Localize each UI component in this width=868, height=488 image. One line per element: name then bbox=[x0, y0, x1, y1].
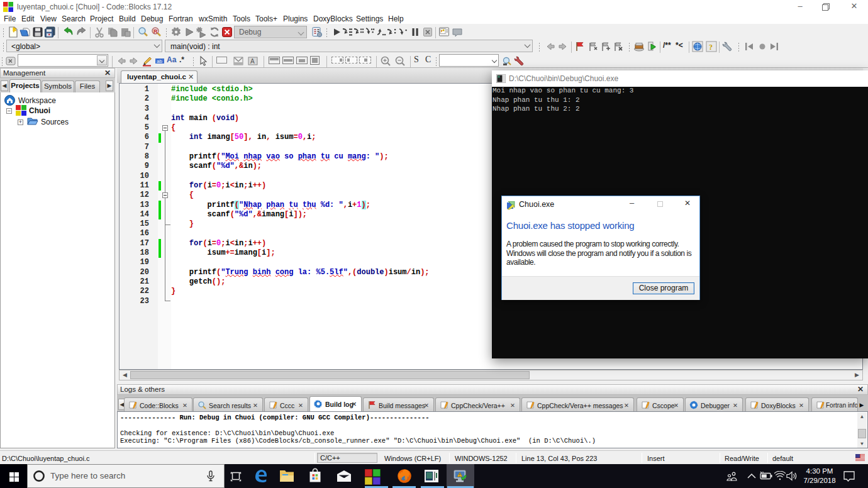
svg-text:R: R bbox=[153, 28, 158, 35]
svg-text:?: ? bbox=[709, 43, 713, 52]
svg-text:ab: ab bbox=[157, 58, 162, 64]
svg-text:A: A bbox=[250, 58, 255, 65]
